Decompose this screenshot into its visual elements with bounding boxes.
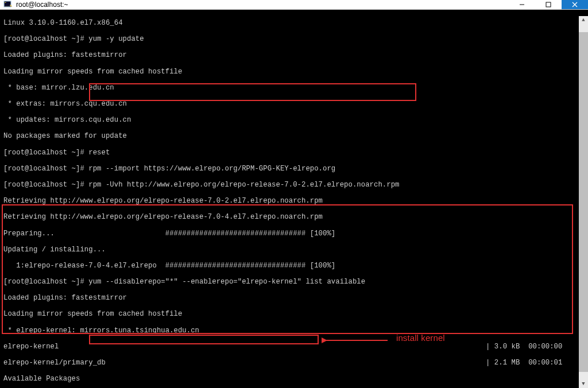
output-line: 1:elrepo-release-7.0-4.el7.elrepo ######… <box>3 262 585 270</box>
putty-icon <box>3 0 13 9</box>
window-title: root@localhost:~ <box>16 1 68 9</box>
output-line: Loading mirror speeds from cached hostfi… <box>3 68 585 76</box>
output-line: Available Packages <box>3 375 585 383</box>
terminal-output[interactable]: Linux 3.10.0-1160.el7.x86_64 [root@local… <box>0 10 588 388</box>
close-button[interactable] <box>562 0 588 9</box>
output-line: * elrepo-kernel: mirrors.tuna.tsinghua.e… <box>3 327 585 335</box>
output-line: Retrieving http://www.elrepo.org/elrepo-… <box>3 213 585 221</box>
output-line: [root@localhost ~]# yum -y update <box>3 35 585 43</box>
output-line: Preparing... ###########################… <box>3 230 585 238</box>
output-line: [root@localhost ~]# yum --disablerepo="*… <box>3 278 585 286</box>
svg-rect-4 <box>546 2 551 7</box>
output-line: No packages marked for update <box>3 132 585 140</box>
output-line: elrepo-kernel/primary_db| 2.1 MB 00:00:0… <box>3 359 585 367</box>
annotation-label: install kernel <box>396 334 445 342</box>
output-line: Loading mirror speeds from cached hostfi… <box>3 310 585 318</box>
svg-rect-2 <box>5 2 6 3</box>
output-line: Linux 3.10.0-1160.el7.x86_64 <box>3 19 585 27</box>
window-titlebar[interactable]: root@localhost:~ <box>0 0 588 10</box>
putty-window: root@localhost:~ Linux 3.10.0-1160.el7.x… <box>0 0 588 388</box>
output-line: [root@localhost ~]# reset <box>3 149 585 157</box>
scroll-down-icon[interactable]: ▼ <box>579 380 588 388</box>
output-line: * base: mirror.lzu.edu.cn <box>3 84 585 92</box>
output-line: Retrieving http://www.elrepo.org/elrepo-… <box>3 197 585 205</box>
output-line: * updates: mirrors.cqu.edu.cn <box>3 116 585 124</box>
output-line: Loaded plugins: fastestmirror <box>3 51 585 59</box>
terminal-scrollbar[interactable]: ▲ ▼ <box>579 16 588 388</box>
output-line: Updating / installing... <box>3 246 585 254</box>
output-line: elrepo-kernel| 3.0 kB 00:00:00 <box>3 343 585 351</box>
minimize-button[interactable] <box>509 0 535 9</box>
maximize-button[interactable] <box>535 0 562 9</box>
output-line: [root@localhost ~]# rpm -Uvh http://www.… <box>3 181 585 189</box>
output-line: [root@localhost ~]# rpm --import https:/… <box>3 165 585 173</box>
output-line: * extras: mirrors.cqu.edu.cn <box>3 100 585 108</box>
scroll-thumb[interactable] <box>579 32 588 372</box>
scroll-up-icon[interactable]: ▲ <box>579 16 588 24</box>
output-line: Loaded plugins: fastestmirror <box>3 294 585 302</box>
